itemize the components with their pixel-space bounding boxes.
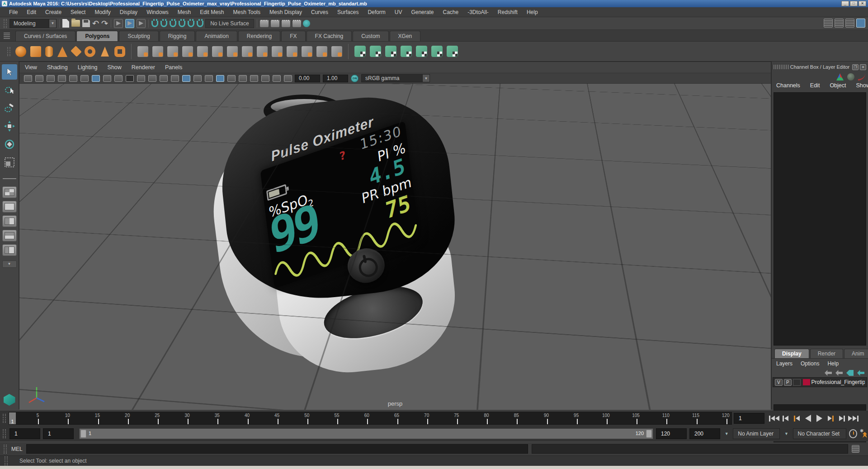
layout-two-pane-stacked-button[interactable] <box>2 230 17 242</box>
select-object-icon[interactable] <box>125 19 134 28</box>
layout-three-pane-button[interactable] <box>2 244 17 256</box>
snap-grid-icon[interactable] <box>151 21 158 27</box>
new-layer-icon[interactable] <box>857 370 864 376</box>
menu-item[interactable]: Edit <box>22 9 41 15</box>
grease-pencil-icon[interactable] <box>80 75 89 82</box>
command-result-area[interactable] <box>532 444 848 454</box>
save-scene-icon[interactable] <box>82 19 90 27</box>
close-panel-button[interactable]: ✕ <box>860 64 866 70</box>
grip-handle[interactable] <box>774 65 789 69</box>
panel-menu-item[interactable]: Lighting <box>78 64 103 71</box>
command-language-label[interactable]: MEL <box>11 446 23 452</box>
layer-playback-toggle[interactable]: P <box>784 379 792 386</box>
open-scene-icon[interactable] <box>71 20 80 27</box>
snap-view-plane-icon[interactable] <box>188 21 194 27</box>
pipe-icon[interactable] <box>114 46 125 57</box>
subdivide-icon[interactable] <box>182 46 193 57</box>
perspective-viewport[interactable]: ViewShadingLightingShowRendererPanels 0.… <box>19 62 771 409</box>
screen-space-ao-icon[interactable] <box>250 75 258 82</box>
move-tool[interactable] <box>2 118 17 134</box>
shaded-icon[interactable] <box>182 75 190 82</box>
layer-editor-tab[interactable]: Display <box>774 349 809 358</box>
shelf-menu-icon[interactable] <box>4 33 10 39</box>
render-view-icon[interactable] <box>260 20 269 27</box>
cube-icon[interactable] <box>30 46 41 57</box>
script-editor-icon[interactable] <box>852 445 859 453</box>
shelf-tab[interactable]: FX Caching <box>307 31 352 41</box>
layer-name[interactable]: Professional_Fingertip <box>811 379 865 385</box>
current-time-marker[interactable]: 1 <box>9 412 16 424</box>
chevron-down-icon[interactable]: ▼ <box>723 430 730 438</box>
panel-menu-item[interactable]: Panels <box>165 64 188 71</box>
gate-mask-icon[interactable] <box>126 75 134 82</box>
snap-curve-icon[interactable] <box>160 21 167 27</box>
cone-icon[interactable] <box>57 46 68 57</box>
step-back-frame-button[interactable] <box>780 413 791 424</box>
plugin-shading-icon[interactable] <box>284 75 292 82</box>
menu-item[interactable]: Redshift <box>493 9 522 15</box>
wireframe-on-shaded-icon[interactable] <box>193 75 202 82</box>
menu-item[interactable]: Windows <box>142 9 173 15</box>
menu-item[interactable]: Curves <box>307 9 333 15</box>
grip-handle[interactable] <box>4 19 7 28</box>
scale-tool[interactable] <box>2 155 17 170</box>
grip-handle[interactable] <box>7 47 10 56</box>
menu-item[interactable]: Create <box>41 9 66 15</box>
isolate-select-icon[interactable] <box>273 75 281 82</box>
panel-header[interactable]: Channel Box / Layer Editor ❐ ✕ <box>772 62 868 72</box>
grip-handle[interactable] <box>3 414 6 423</box>
layer-editor-tab[interactable]: Render <box>810 349 843 358</box>
shelf-tab[interactable]: Polygons <box>76 31 118 41</box>
film-gate-icon[interactable] <box>103 75 111 82</box>
menu-item[interactable]: File <box>5 9 22 15</box>
mirror-icon[interactable] <box>331 46 342 57</box>
go-to-start-button[interactable] <box>769 413 779 424</box>
sphere-icon[interactable] <box>15 46 26 57</box>
close-button[interactable]: ✕ <box>859 1 866 6</box>
image-plane-icon[interactable] <box>58 75 66 82</box>
2d-pan-zoom-icon[interactable] <box>69 75 77 82</box>
layer-color-swatch[interactable] <box>803 379 810 385</box>
panel-menu-item[interactable]: Shading <box>47 64 73 71</box>
display-layer-row[interactable]: V P Professional_Fingertip <box>773 377 867 387</box>
shelf-tab[interactable]: Rendering <box>238 31 280 41</box>
undo-icon[interactable] <box>92 19 99 28</box>
move-layer-up-icon[interactable] <box>825 370 832 376</box>
auto-keyframe-icon[interactable] <box>860 429 868 438</box>
select-tool[interactable] <box>2 64 17 80</box>
layout-two-pane-side-button[interactable] <box>2 215 17 227</box>
grid-icon[interactable] <box>92 75 100 82</box>
grip-handle[interactable] <box>3 429 6 438</box>
grip-handle[interactable] <box>4 445 7 454</box>
anim-layer-field[interactable]: No Anim Layer <box>733 428 780 439</box>
menu-set-dropdown[interactable]: Modeling ▼ <box>9 19 57 28</box>
layout-single-pane-button[interactable] <box>2 201 17 213</box>
menu-item[interactable]: Display <box>115 9 142 15</box>
layout-uvs-icon[interactable] <box>447 46 458 57</box>
channel-list-area[interactable] <box>774 92 866 346</box>
grip-handle[interactable] <box>5 456 8 465</box>
layer-menu-item[interactable]: Help <box>827 360 839 367</box>
playback-end-field[interactable]: 120 <box>656 428 687 439</box>
menu-item[interactable]: Select <box>66 9 90 15</box>
resolution-gate-icon[interactable] <box>114 75 123 82</box>
multi-cut-icon[interactable] <box>287 46 297 57</box>
command-input[interactable] <box>26 444 528 454</box>
viewport-canvas[interactable]: Pulse Oximeter 15:30 ? %SpO2 99 PI % 4.5… <box>19 84 771 410</box>
new-scene-icon[interactable] <box>62 19 69 28</box>
move-layer-down-icon[interactable] <box>835 370 843 376</box>
animation-end-field[interactable]: 200 <box>689 428 720 439</box>
minimize-button[interactable]: _ <box>841 1 849 6</box>
channel-menu-item[interactable]: Object <box>830 82 846 89</box>
torus-icon[interactable] <box>85 46 95 57</box>
quad-draw-icon[interactable] <box>272 46 283 57</box>
chevron-down-icon[interactable]: ▼ <box>783 430 790 438</box>
ui-elements-icon[interactable] <box>824 19 833 28</box>
wireframe-icon[interactable] <box>171 75 179 82</box>
menu-item[interactable]: Edit Mesh <box>195 9 228 15</box>
maya-viewcube-icon[interactable] <box>4 394 15 406</box>
step-forward-frame-button[interactable] <box>837 413 847 424</box>
step-back-key-button[interactable] <box>792 413 802 424</box>
menu-item[interactable]: Generate <box>406 9 438 15</box>
safe-action-icon[interactable] <box>148 75 156 82</box>
